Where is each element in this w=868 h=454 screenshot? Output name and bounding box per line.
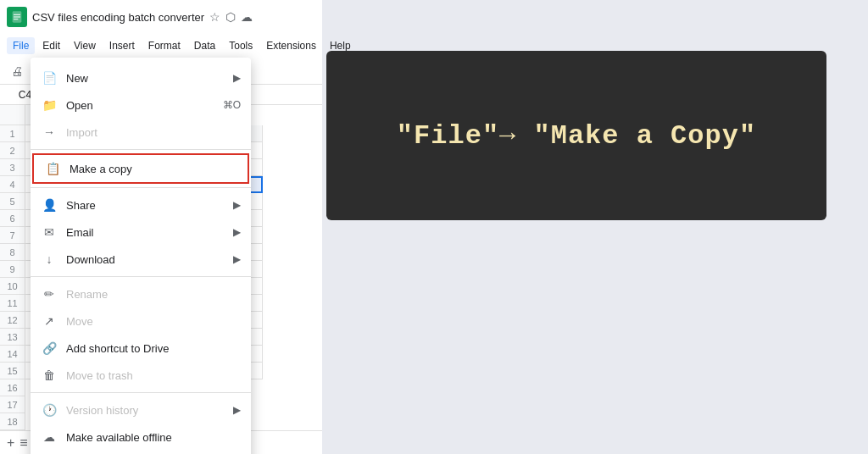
drive-icon[interactable]: ⬡ <box>225 10 236 24</box>
dark-panel: "File"→ "Make a Copy" <box>326 51 826 220</box>
menu-section-1: 📄 New ▶ 📁 Open ⌘O → Import <box>31 61 251 150</box>
email-label: Email <box>66 226 230 239</box>
menu-section-2: 📋 Make a copy <box>31 150 251 188</box>
import-icon: → <box>41 124 58 141</box>
menu-item-download[interactable]: ↓ Download ▶ <box>31 246 251 273</box>
new-arrow: ▶ <box>233 72 241 84</box>
share-icon: 👤 <box>41 197 58 213</box>
star-icon[interactable]: ☆ <box>209 10 220 24</box>
download-arrow: ▶ <box>233 253 241 265</box>
menu-section-4: ✏ Rename ↗ Move 🔗 Add shortcut to Drive … <box>31 277 251 393</box>
trash-icon: 🗑 <box>41 367 58 384</box>
available-offline-label: Make available offline <box>66 431 241 444</box>
open-label: Open <box>66 99 216 112</box>
menu-section-3: 👤 Share ▶ ✉ Email ▶ ↓ Download ▶ <box>31 188 251 277</box>
version-label: Version history <box>66 404 230 417</box>
version-icon: 🕐 <box>41 401 58 418</box>
import-label: Import <box>66 126 241 139</box>
download-label: Download <box>66 253 230 266</box>
menu-tools[interactable]: Tools <box>223 37 259 54</box>
offline-icon: ☁ <box>41 429 58 446</box>
sheets-logo <box>7 7 27 27</box>
version-arrow: ▶ <box>233 404 241 416</box>
print-icon[interactable]: 🖨 <box>7 61 27 81</box>
trash-label: Move to trash <box>66 369 241 382</box>
new-icon: 📄 <box>41 69 58 86</box>
dark-panel-text: "File"→ "Make a Copy" <box>397 120 756 152</box>
menu-item-trash: 🗑 Move to trash <box>31 362 251 389</box>
copy-icon: 📋 <box>44 160 61 177</box>
open-shortcut: ⌘O <box>223 99 241 111</box>
doc-title: CSV files encoding batch converter <box>32 11 204 24</box>
menu-sheets-icon[interactable]: ≡ <box>19 435 27 451</box>
rename-label: Rename <box>66 288 241 301</box>
menu-item-rename: ✏ Rename <box>31 280 251 307</box>
menu-insert[interactable]: Insert <box>103 37 141 54</box>
email-icon: ✉ <box>41 224 58 241</box>
menu-item-share[interactable]: 👤 Share ▶ <box>31 191 251 219</box>
menu-data[interactable]: Data <box>188 37 221 54</box>
menu-item-open[interactable]: 📁 Open ⌘O <box>31 91 251 119</box>
menu-item-move: ↗ Move <box>31 307 251 335</box>
move-label: Move <box>66 315 241 328</box>
menu-extensions[interactable]: Extensions <box>260 37 322 54</box>
rename-icon: ✏ <box>41 285 58 302</box>
email-arrow: ▶ <box>233 226 241 238</box>
open-icon: 📁 <box>41 97 58 114</box>
menu-item-new[interactable]: 📄 New ▶ <box>31 64 251 91</box>
menu-item-make-copy[interactable]: 📋 Make a copy <box>32 153 249 184</box>
file-dropdown-menu: 📄 New ▶ 📁 Open ⌘O → Import 📋 Make a copy… <box>31 58 251 454</box>
share-label: Share <box>66 199 230 212</box>
cloud-icon[interactable]: ☁ <box>241 10 253 24</box>
menu-view[interactable]: View <box>68 37 102 54</box>
menu-bar: File Edit View Insert Format Data Tools … <box>0 34 322 58</box>
title-icons: ☆ ⬡ ☁ <box>209 10 253 24</box>
menu-file[interactable]: File <box>7 37 35 54</box>
menu-item-email[interactable]: ✉ Email ▶ <box>31 219 251 246</box>
new-label: New <box>66 72 230 85</box>
top-bar: CSV files encoding batch converter ☆ ⬡ ☁ <box>0 0 322 34</box>
menu-edit[interactable]: Edit <box>36 37 66 54</box>
row-numbers: 1 2 3 4 5 6 7 8 9 10 11 12 13 14 15 16 1… <box>0 105 25 454</box>
shortcut-icon: 🔗 <box>41 340 58 357</box>
download-icon: ↓ <box>41 251 58 268</box>
add-sheet-icon[interactable]: + <box>7 435 14 451</box>
share-arrow: ▶ <box>233 199 241 211</box>
menu-section-5: 🕐 Version history ▶ ☁ Make available off… <box>31 393 251 454</box>
menu-item-import: → Import <box>31 119 251 146</box>
menu-item-add-shortcut[interactable]: 🔗 Add shortcut to Drive <box>31 335 251 362</box>
move-icon: ↗ <box>41 313 58 329</box>
add-shortcut-label: Add shortcut to Drive <box>66 342 241 355</box>
menu-format[interactable]: Format <box>142 37 186 54</box>
make-copy-label: Make a copy <box>70 163 237 175</box>
menu-item-available-offline[interactable]: ☁ Make available offline <box>31 424 251 451</box>
menu-item-version-history: 🕐 Version history ▶ <box>31 396 251 424</box>
